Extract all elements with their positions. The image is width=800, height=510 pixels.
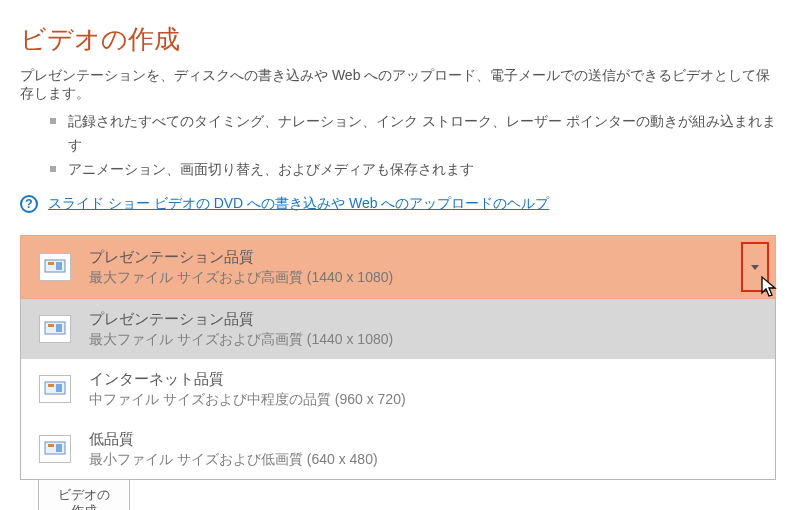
- bullet-item: アニメーション、画面切り替え、およびメディアも保存されます: [50, 157, 776, 181]
- bullet-item: 記録されたすべてのタイミング、ナレーション、インク ストローク、レーザー ポイン…: [50, 109, 776, 157]
- svg-rect-1: [48, 262, 54, 265]
- svg-rect-5: [56, 324, 62, 332]
- option-desc: 中ファイル サイズおよび中程度の品質 (960 x 720): [89, 391, 406, 409]
- quality-selected-label: プレゼンテーション品質: [89, 248, 393, 267]
- monitor-icon: [39, 435, 71, 463]
- monitor-icon: [39, 315, 71, 343]
- quality-dropdown[interactable]: プレゼンテーション品質 最大ファイル サイズおよび高画質 (1440 x 108…: [20, 235, 776, 299]
- svg-rect-4: [48, 324, 54, 327]
- svg-rect-2: [56, 262, 62, 270]
- svg-rect-11: [56, 444, 62, 452]
- quality-option-presentation[interactable]: プレゼンテーション品質 最大ファイル サイズおよび高画質 (1440 x 108…: [21, 299, 775, 359]
- bullet-list: 記録されたすべてのタイミング、ナレーション、インク ストローク、レーザー ポイン…: [50, 109, 776, 181]
- help-icon: ?: [20, 195, 38, 213]
- svg-rect-7: [48, 384, 54, 387]
- option-label: プレゼンテーション品質: [89, 310, 393, 329]
- option-desc: 最大ファイル サイズおよび高画質 (1440 x 1080): [89, 331, 393, 349]
- chevron-down-icon: [751, 265, 759, 270]
- option-desc: 最小ファイル サイズおよび低画質 (640 x 480): [89, 451, 378, 469]
- quality-option-low[interactable]: 低品質 最小ファイル サイズおよび低画質 (640 x 480): [21, 419, 775, 479]
- page-title: ビデオの作成: [20, 22, 776, 57]
- quality-option-internet[interactable]: インターネット品質 中ファイル サイズおよび中程度の品質 (960 x 720): [21, 359, 775, 419]
- quality-selected-desc: 最大ファイル サイズおよび高画質 (1440 x 1080): [89, 269, 393, 287]
- monitor-icon: [39, 375, 71, 403]
- quality-selected-text: プレゼンテーション品質 最大ファイル サイズおよび高画質 (1440 x 108…: [89, 248, 393, 287]
- monitor-icon: [39, 253, 71, 281]
- quality-menu: プレゼンテーション品質 最大ファイル サイズおよび高画質 (1440 x 108…: [20, 299, 776, 480]
- help-link[interactable]: スライド ショー ビデオの DVD への書き込みや Web へのアップロードのヘ…: [48, 195, 549, 213]
- svg-rect-10: [48, 444, 54, 447]
- option-label: 低品質: [89, 430, 378, 449]
- svg-rect-8: [56, 384, 62, 392]
- dropdown-arrow[interactable]: [741, 242, 769, 292]
- intro-text: プレゼンテーションを、ディスクへの書き込みや Web へのアップロード、電子メー…: [20, 67, 776, 103]
- option-label: インターネット品質: [89, 370, 406, 389]
- create-video-button[interactable]: ビデオの作成: [38, 479, 130, 510]
